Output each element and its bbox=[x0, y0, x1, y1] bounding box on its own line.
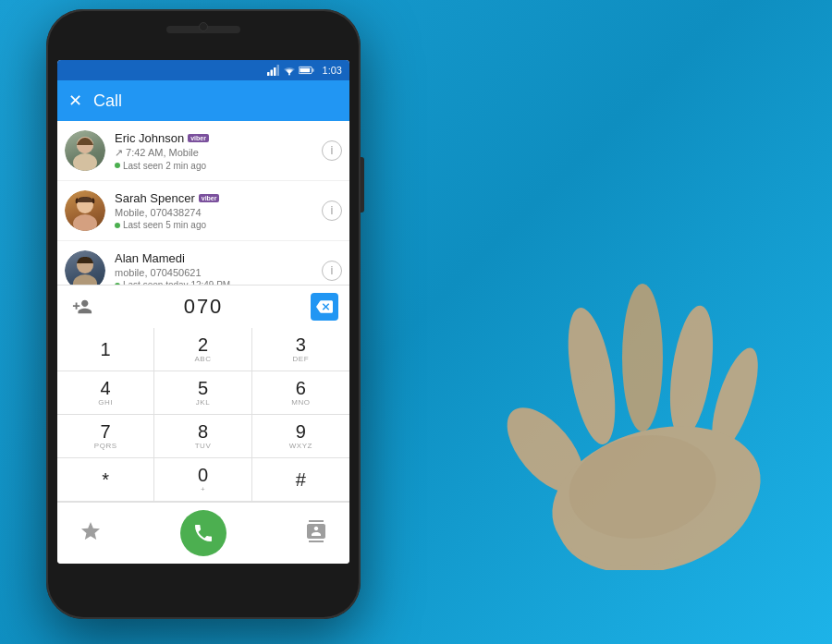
phone-icon bbox=[192, 522, 214, 544]
last-seen-eric-johnson: Last seen 2 min ago bbox=[123, 161, 206, 171]
add-contact-icon bbox=[72, 297, 92, 317]
header-title: Call bbox=[93, 91, 122, 111]
key-hash[interactable]: # bbox=[252, 458, 349, 502]
svg-point-22 bbox=[559, 304, 623, 447]
phone-side-button bbox=[361, 157, 364, 213]
svg-point-24 bbox=[663, 303, 720, 440]
info-button-sarah-spencer[interactable]: i bbox=[322, 200, 342, 221]
contact-info-sarah-spencer: Sarah Spencer viber Mobile, 070438274 La… bbox=[115, 191, 322, 230]
svg-rect-9 bbox=[300, 68, 310, 73]
key-5[interactable]: 5 JKL bbox=[154, 371, 251, 415]
key-4-number: 4 bbox=[101, 379, 111, 397]
viber-badge-eric-johnson: viber bbox=[188, 134, 209, 142]
avatar-illustration-am bbox=[65, 250, 105, 285]
svg-point-14 bbox=[73, 214, 97, 231]
key-0[interactable]: 0 + bbox=[154, 458, 251, 502]
signal-icon bbox=[267, 65, 280, 76]
svg-point-21 bbox=[493, 395, 598, 505]
key-8-number: 8 bbox=[198, 422, 208, 441]
contact-item-alan-mamedi[interactable]: Alan Mamedi mobile, 070450621 Last seen … bbox=[57, 241, 349, 285]
online-dot-alan-mamedi bbox=[115, 283, 120, 286]
key-9[interactable]: 9 WXYZ bbox=[252, 415, 349, 458]
key-6[interactable]: 6 MNO bbox=[252, 371, 349, 415]
key-star-number: * bbox=[102, 470, 109, 489]
contact-name-alan-mamedi: Alan Mamedi bbox=[115, 251, 185, 265]
contact-name-eric-johnson: Eric Johnson bbox=[115, 131, 184, 145]
key-8[interactable]: 8 TUV bbox=[154, 415, 251, 458]
key-3-letters: DEF bbox=[293, 355, 310, 363]
key-4-letters: GHI bbox=[98, 398, 113, 407]
avatar-alan-mamedi bbox=[65, 250, 105, 285]
hand-illustration bbox=[444, 247, 832, 570]
status-time: 1:03 bbox=[323, 65, 342, 76]
avatar-illustration-ej bbox=[65, 130, 105, 171]
call-button[interactable] bbox=[180, 510, 226, 556]
contact-item-sarah-spencer[interactable]: Sarah Spencer viber Mobile, 070438274 La… bbox=[57, 181, 349, 241]
app-header: ✕ Call bbox=[57, 80, 349, 121]
svg-rect-2 bbox=[274, 67, 276, 76]
avatar-illustration-ss bbox=[65, 190, 105, 231]
contact-call-alan-mamedi: mobile, 070450621 bbox=[115, 267, 322, 278]
contact-list: Eric Johnson viber ↗ 7:42 AM, Mobile Las… bbox=[57, 121, 349, 285]
contact-info-eric-johnson: Eric Johnson viber ↗ 7:42 AM, Mobile Las… bbox=[115, 131, 322, 171]
key-9-number: 9 bbox=[296, 422, 306, 441]
contact-name-row-eric-johnson: Eric Johnson viber bbox=[115, 131, 322, 145]
key-3-number: 3 bbox=[296, 335, 306, 354]
viber-badge-sarah-spencer: viber bbox=[199, 194, 220, 202]
info-button-alan-mamedi[interactable]: i bbox=[322, 261, 342, 281]
key-2-number: 2 bbox=[198, 335, 208, 354]
key-7-number: 7 bbox=[101, 422, 111, 441]
info-button-eric-johnson[interactable]: i bbox=[322, 140, 342, 161]
key-7-letters: PQRS bbox=[94, 442, 117, 450]
svg-rect-8 bbox=[312, 68, 313, 72]
key-0-letters: + bbox=[201, 485, 205, 493]
contact-call-sarah-spencer: Mobile, 070438274 bbox=[115, 207, 322, 218]
avatar-sarah-spencer bbox=[65, 190, 105, 231]
svg-point-26 bbox=[536, 405, 776, 570]
avatar-eric-johnson bbox=[65, 130, 105, 171]
key-3[interactable]: 3 DEF bbox=[252, 328, 349, 371]
dialpad-input-row: 070 bbox=[57, 285, 349, 328]
backspace-icon bbox=[316, 298, 333, 315]
favorites-button[interactable] bbox=[80, 520, 102, 547]
bottom-bar bbox=[57, 502, 349, 564]
contact-item-eric-johnson[interactable]: Eric Johnson viber ↗ 7:42 AM, Mobile Las… bbox=[57, 121, 349, 181]
key-star[interactable]: * bbox=[57, 458, 154, 502]
key-1-number: 1 bbox=[101, 340, 111, 358]
contact-info-alan-mamedi: Alan Mamedi mobile, 070450621 Last seen … bbox=[115, 251, 322, 285]
key-8-letters: TUV bbox=[195, 442, 212, 450]
key-0-number: 0 bbox=[198, 466, 208, 484]
key-6-letters: MNO bbox=[291, 398, 310, 407]
svg-point-23 bbox=[622, 284, 663, 431]
phone-body: 1:03 ✕ Call bbox=[46, 9, 361, 619]
last-seen-sarah-spencer: Last seen 5 min ago bbox=[123, 220, 206, 230]
scene: 1:03 ✕ Call bbox=[0, 0, 832, 644]
backspace-button[interactable] bbox=[311, 293, 338, 321]
keypad: 1 2 ABC 3 DEF 4 GHI bbox=[57, 328, 349, 502]
hand-svg bbox=[444, 247, 832, 570]
online-dot-eric-johnson bbox=[115, 163, 120, 168]
contacts-button[interactable] bbox=[305, 520, 327, 547]
key-5-number: 5 bbox=[198, 379, 208, 397]
phone-wrapper: 1:03 ✕ Call bbox=[46, 9, 398, 638]
key-hash-number: # bbox=[296, 470, 306, 489]
key-7[interactable]: 7 PQRS bbox=[57, 415, 154, 458]
status-bar: 1:03 bbox=[57, 60, 349, 80]
key-5-letters: JKL bbox=[196, 398, 210, 407]
svg-point-27 bbox=[561, 424, 725, 550]
svg-point-6 bbox=[288, 74, 290, 76]
contacts-icon bbox=[305, 520, 327, 542]
online-dot-sarah-spencer bbox=[115, 223, 120, 228]
svg-point-25 bbox=[703, 343, 767, 455]
key-1[interactable]: 1 bbox=[57, 328, 154, 371]
add-contact-button[interactable] bbox=[68, 293, 96, 321]
key-6-number: 6 bbox=[296, 379, 306, 397]
svg-rect-3 bbox=[276, 65, 279, 76]
close-button[interactable]: ✕ bbox=[68, 91, 82, 111]
key-4[interactable]: 4 GHI bbox=[57, 371, 154, 415]
key-2-letters: ABC bbox=[195, 355, 212, 363]
key-2[interactable]: 2 ABC bbox=[154, 328, 251, 371]
svg-rect-0 bbox=[267, 72, 270, 76]
svg-rect-1 bbox=[270, 70, 273, 77]
star-icon bbox=[80, 520, 102, 542]
